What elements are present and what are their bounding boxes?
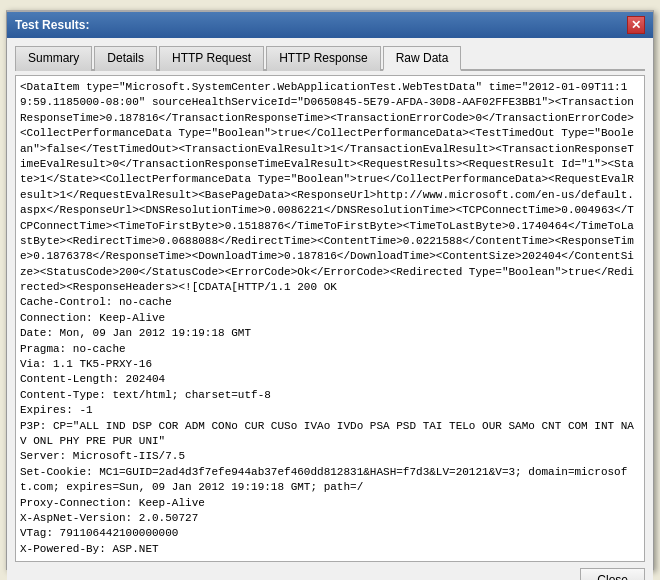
test-results-window: Test Results: ✕ Summary Details HTTP Req… bbox=[6, 10, 654, 570]
window-close-button[interactable]: ✕ bbox=[627, 16, 645, 34]
tab-http-request[interactable]: HTTP Request bbox=[159, 46, 264, 71]
tab-http-response[interactable]: HTTP Response bbox=[266, 46, 380, 71]
raw-data-text[interactable]: <DataItem type="Microsoft.SystemCenter.W… bbox=[20, 80, 640, 557]
raw-data-content-area: <DataItem type="Microsoft.SystemCenter.W… bbox=[15, 75, 645, 562]
footer: Close bbox=[15, 562, 645, 580]
window-title: Test Results: bbox=[15, 18, 89, 32]
tab-raw-data[interactable]: Raw Data bbox=[383, 46, 462, 71]
window-body: Summary Details HTTP Request HTTP Respon… bbox=[7, 38, 653, 580]
tab-details[interactable]: Details bbox=[94, 46, 157, 71]
tab-summary[interactable]: Summary bbox=[15, 46, 92, 71]
close-icon: ✕ bbox=[631, 18, 641, 32]
close-button[interactable]: Close bbox=[580, 568, 645, 580]
title-bar: Test Results: ✕ bbox=[7, 12, 653, 38]
tab-bar: Summary Details HTTP Request HTTP Respon… bbox=[15, 46, 645, 71]
